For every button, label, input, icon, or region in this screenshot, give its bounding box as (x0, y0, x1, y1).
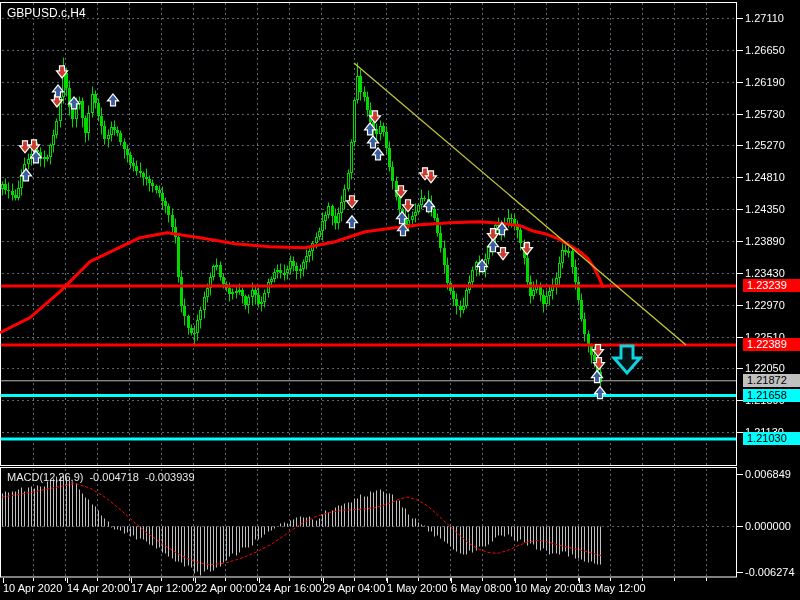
price-axis[interactable] (738, 0, 800, 577)
time-axis[interactable] (0, 578, 800, 600)
chart-window: GBPUSD.c,H4 MACD(12,26,9)-0.004718-0.003… (0, 0, 800, 600)
chart-canvas[interactable] (0, 0, 800, 600)
